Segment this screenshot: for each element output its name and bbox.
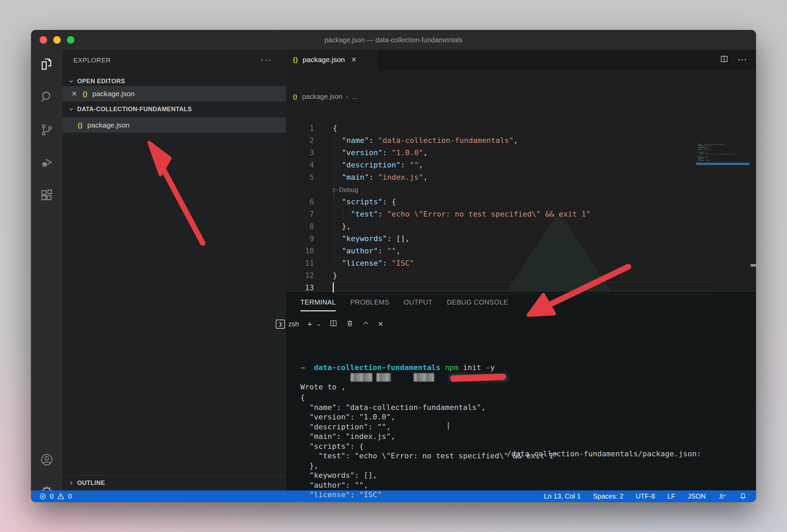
problems-status[interactable]: 0 0 bbox=[31, 492, 72, 500]
folder-label: DATA-COLLECTION-FUNDAMENTALS bbox=[77, 106, 192, 113]
terminal-command-line: → data-collection-fundamentals npm init … bbox=[300, 363, 495, 372]
code-line[interactable]: 1{ bbox=[286, 122, 756, 134]
desktop: { "window": { "title": "package.json — d… bbox=[0, 0, 787, 532]
editor-actions: ⋯ bbox=[720, 50, 747, 69]
window-title: package.json — data-collection-fundament… bbox=[31, 30, 756, 50]
code-line[interactable]: 5 "main": "index.js", bbox=[286, 171, 756, 183]
split-terminal-icon[interactable] bbox=[329, 319, 338, 329]
zoom-traffic-light[interactable] bbox=[67, 36, 74, 44]
extensions-icon[interactable] bbox=[31, 183, 62, 208]
terminal-wrote-line: Wrote to , | /data-collection-fundamenta… bbox=[300, 373, 744, 382]
editor-region: {} package.json ✕ ⋯ {} package.json › … … bbox=[286, 50, 756, 490]
panel-tab-debug-console[interactable]: DEBUG CONSOLE bbox=[447, 291, 508, 313]
close-editor-icon[interactable]: ✕ bbox=[71, 90, 77, 98]
search-icon[interactable] bbox=[31, 85, 62, 109]
json-file-icon: {} bbox=[77, 121, 83, 129]
code-line[interactable]: 7 "test": "echo \"Error: no test specifi… bbox=[286, 208, 756, 220]
activity-bar: ⚙ 1 bbox=[31, 50, 62, 490]
run-and-debug-icon[interactable] bbox=[31, 150, 62, 175]
editor-tabstrip: {} package.json ✕ ⋯ bbox=[286, 50, 756, 69]
code-line[interactable]: 11 "license": "ISC" bbox=[286, 257, 756, 269]
scrollbar-thumb[interactable] bbox=[750, 264, 756, 267]
outline-section-header[interactable]: OUTLINE bbox=[62, 475, 286, 490]
folder-section-header[interactable]: DATA-COLLECTION-FUNDAMENTALS bbox=[62, 102, 286, 117]
code-line[interactable]: 3 "version": "1.0.0", bbox=[286, 147, 756, 159]
terminal-output: { "name": "data-collection-fundamentals"… bbox=[300, 393, 754, 502]
tab-close-icon[interactable]: ✕ bbox=[351, 56, 357, 64]
panel-tab-terminal[interactable]: TERMINAL bbox=[300, 291, 336, 313]
breadcrumb-more[interactable]: … bbox=[352, 93, 358, 101]
open-editors-label: OPEN EDITORS bbox=[77, 78, 125, 85]
panel-actions: ❯ zsh + ⌄ ✕ bbox=[276, 313, 746, 335]
editor-more-actions-icon[interactable]: ⋯ bbox=[738, 54, 747, 65]
new-terminal-icon[interactable]: + bbox=[307, 320, 312, 328]
close-traffic-light[interactable] bbox=[40, 36, 47, 44]
code-line[interactable]: 8 }, bbox=[286, 220, 756, 233]
source-control-icon[interactable] bbox=[31, 118, 62, 142]
breadcrumb[interactable]: {} package.json › … bbox=[286, 89, 756, 105]
panel-tabs: TERMINALPROBLEMSOUTPUTDEBUG CONSOLE bbox=[300, 291, 756, 313]
warning-count: 0 bbox=[68, 492, 72, 500]
code-line[interactable]: 6 "scripts": { bbox=[286, 196, 756, 208]
chevron-right-icon bbox=[69, 481, 74, 486]
editor-code-lines: 1{2 "name": "data-collection-fundamental… bbox=[286, 122, 756, 294]
chevron-down-icon bbox=[69, 107, 74, 112]
chevron-down-icon bbox=[69, 79, 74, 84]
redacted-path-segment bbox=[414, 373, 434, 382]
sidebar-header: EXPLORER ··· bbox=[62, 50, 286, 71]
close-panel-icon[interactable]: ✕ bbox=[378, 320, 384, 328]
breadcrumb-file[interactable]: package.json bbox=[302, 93, 342, 101]
vscode-window: package.json — data-collection-fundament… bbox=[31, 30, 756, 502]
sidebar-title: EXPLORER bbox=[73, 57, 111, 64]
code-line[interactable]: 4 "description": "", bbox=[286, 159, 756, 171]
open-editor-filename: package.json bbox=[92, 90, 135, 98]
shell-name: zsh bbox=[288, 320, 299, 328]
minimap-code: { "name": "data-collection-fundamentals"… bbox=[696, 142, 749, 165]
terminal-dropdown-icon[interactable]: ⌄ bbox=[316, 320, 321, 328]
explorer-more-actions[interactable]: ··· bbox=[261, 55, 272, 65]
tab-package-json[interactable]: {} package.json ✕ bbox=[286, 50, 377, 69]
panel-tab-output[interactable]: OUTPUT bbox=[404, 291, 433, 313]
error-count: 0 bbox=[50, 492, 54, 500]
split-editor-icon[interactable] bbox=[720, 55, 729, 65]
code-line[interactable]: 9 "keywords": [], bbox=[286, 233, 756, 245]
kill-terminal-icon[interactable] bbox=[346, 319, 354, 329]
tree-item-package-json[interactable]: {} package.json bbox=[62, 117, 286, 133]
code-line[interactable]: 12} bbox=[286, 269, 756, 282]
code-line[interactable]: 2 "name": "data-collection-fundamentals"… bbox=[286, 134, 756, 147]
errors-icon bbox=[39, 493, 46, 500]
panel-tab-problems[interactable]: PROBLEMS bbox=[350, 291, 389, 313]
minimap-current-line bbox=[696, 163, 749, 165]
outline-label: OUTLINE bbox=[77, 479, 105, 487]
titlebar: package.json — data-collection-fundament… bbox=[31, 30, 756, 50]
redacted-path-segment bbox=[376, 373, 391, 382]
warnings-icon bbox=[57, 492, 65, 500]
tab-label: package.json bbox=[303, 56, 345, 64]
json-file-icon: {} bbox=[293, 56, 298, 63]
redacted-path-segment bbox=[350, 373, 372, 382]
minimize-traffic-light[interactable] bbox=[53, 36, 61, 44]
codelens-row[interactable]: ▷ Debug bbox=[286, 183, 756, 196]
code-line[interactable]: 10 "author": "", bbox=[286, 245, 756, 257]
explorer-sidebar: EXPLORER ··· OPEN EDITORS ✕ {} package.j… bbox=[62, 50, 286, 490]
json-file-icon: {} bbox=[293, 93, 297, 100]
account-icon[interactable] bbox=[31, 447, 62, 472]
open-editor-item-package-json[interactable]: ✕ {} package.json bbox=[62, 86, 286, 101]
breadcrumb-separator: › bbox=[346, 92, 348, 101]
json-file-icon: {} bbox=[83, 90, 88, 98]
terminal-panel: TERMINALPROBLEMSOUTPUTDEBUG CONSOLE ❯ zs… bbox=[286, 291, 756, 490]
terminal-shell-icon[interactable]: ❯ bbox=[276, 320, 285, 329]
explorer-icon[interactable] bbox=[31, 52, 62, 76]
maximize-panel-icon[interactable] bbox=[362, 320, 370, 328]
tree-item-filename: package.json bbox=[87, 121, 130, 129]
